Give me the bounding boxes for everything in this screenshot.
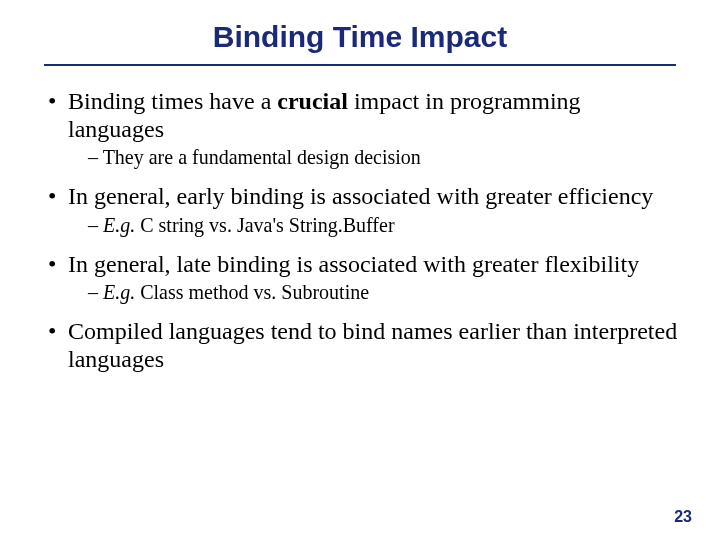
sub-dash: – (88, 281, 103, 303)
sub-dash: – (88, 146, 103, 168)
title-underline (44, 64, 676, 66)
bullet-dot: • (48, 88, 68, 116)
bullet-4: • Compiled languages tend to bind names … (48, 318, 680, 373)
bullet-2-sub-prefix: E.g. (103, 214, 135, 236)
bullet-1: • Binding times have a crucial impact in… (48, 88, 680, 143)
bullet-2-sub: – E.g. C string vs. Java's String.Buffer (88, 213, 680, 237)
bullet-1-text: Binding times have a crucial impact in p… (68, 88, 680, 143)
bullet-4-text: Compiled languages tend to bind names ea… (68, 318, 680, 373)
bullet-1-strong: crucial (277, 88, 348, 114)
bullet-3-sub: – E.g. Class method vs. Subroutine (88, 280, 680, 304)
page-number: 23 (674, 508, 692, 526)
bullet-3: • In general, late binding is associated… (48, 251, 680, 279)
bullet-2-sub-rest: C string vs. Java's String.Buffer (135, 214, 394, 236)
bullet-1-sub: – They are a fundamental design decision (88, 145, 680, 169)
slide-title: Binding Time Impact (40, 20, 680, 54)
sub-dash: – (88, 214, 103, 236)
bullet-1-sub-text: They are a fundamental design decision (103, 146, 421, 168)
bullet-dot: • (48, 318, 68, 346)
bullet-3-text: In general, late binding is associated w… (68, 251, 680, 279)
bullet-dot: • (48, 183, 68, 211)
bullet-2: • In general, early binding is associate… (48, 183, 680, 211)
bullet-dot: • (48, 251, 68, 279)
bullet-list: • Binding times have a crucial impact in… (40, 88, 680, 374)
bullet-2-text: In general, early binding is associated … (68, 183, 680, 211)
bullet-3-sub-rest: Class method vs. Subroutine (135, 281, 369, 303)
bullet-1-pre: Binding times have a (68, 88, 277, 114)
bullet-3-sub-prefix: E.g. (103, 281, 135, 303)
